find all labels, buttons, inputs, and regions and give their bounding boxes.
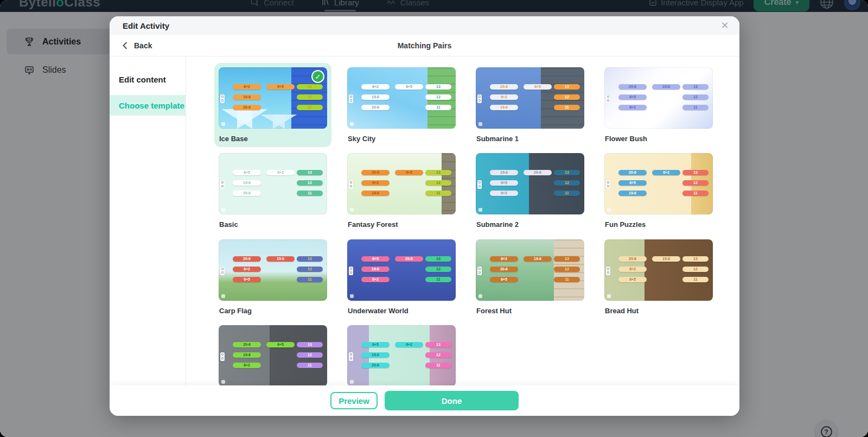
- template-card[interactable]: 6÷519-620-66÷2131211✓: [343, 321, 460, 386]
- match-pill: 6÷2: [361, 277, 390, 282]
- match-pill: 6÷2: [395, 342, 423, 347]
- template-card[interactable]: 20-66÷26÷519-6131211✓ Bread Hut: [600, 235, 717, 319]
- match-pill: 12: [297, 352, 323, 358]
- template-card[interactable]: 6÷219-620-66÷5131211✓ Ice Base: [214, 63, 331, 147]
- page-stepper-icon: [606, 94, 610, 103]
- template-name: Submarine 1: [476, 135, 584, 143]
- match-pill: 6÷5: [490, 277, 518, 282]
- template-card[interactable]: 6÷519-620-66÷2131211✓ Basic: [214, 149, 331, 233]
- match-pill: 12: [425, 352, 451, 358]
- match-pill: 20-6: [618, 256, 647, 262]
- match-pill: 6÷5: [618, 94, 647, 100]
- match-pill: 11: [554, 105, 580, 110]
- template-card[interactable]: 19-66÷56÷220-6131211✓ Submarine 2: [471, 149, 589, 233]
- match-pill: 13: [297, 84, 323, 90]
- template-card[interactable]: 20-619-66÷26÷5131211✓: [214, 321, 331, 386]
- match-pill: 6÷5: [361, 342, 390, 347]
- match-pill: 6÷5: [618, 277, 647, 282]
- preview-button[interactable]: Preview: [330, 392, 378, 409]
- check-icon: ✓: [311, 70, 324, 83]
- edit-activity-modal: Edit Activity ✕ Back Matching Pairs Edit…: [110, 16, 739, 416]
- match-pill: 6÷5: [361, 256, 390, 262]
- match-pill: 6÷5: [490, 180, 518, 186]
- back-label: Back: [134, 41, 152, 50]
- match-pill: 12: [554, 94, 580, 100]
- match-pill: 20-6: [524, 170, 552, 175]
- modal-subheader: Back Matching Pairs: [110, 35, 739, 56]
- match-pill: 20-6: [618, 170, 647, 175]
- page-stepper-icon: [349, 267, 353, 275]
- match-pill: 11: [554, 191, 580, 196]
- template-card[interactable]: 20-66÷26÷519-6131211✓ Carp Flag: [214, 235, 331, 319]
- match-pill: 12: [682, 94, 709, 100]
- template-thumbnail: 19-66÷56÷220-6131211✓: [476, 153, 584, 214]
- match-pill: 6÷2: [361, 84, 390, 90]
- thumb-corner-icon: [607, 122, 611, 126]
- template-thumbnail: 20-66÷219-66÷5131211✓: [347, 153, 456, 214]
- menu-item-choose-template[interactable]: Choose template: [110, 95, 186, 116]
- match-pill: 12: [682, 267, 709, 272]
- match-pill: 19-6: [361, 94, 390, 100]
- activity-type-title: Matching Pairs: [110, 41, 739, 50]
- modal-titlebar: Edit Activity ✕: [110, 16, 739, 35]
- template-thumbnail: 20-66÷219-66÷5131211✓: [476, 67, 584, 129]
- match-pill: 6÷5: [233, 277, 261, 282]
- match-pill: 11: [425, 363, 451, 368]
- match-pill: 6÷5: [524, 84, 552, 90]
- template-thumbnail: 6÷220-66÷519-6131211✓: [476, 239, 584, 301]
- match-pill: 6÷2: [652, 170, 680, 175]
- modal-footer: Preview Done: [110, 385, 739, 416]
- template-thumbnail: 6÷219-620-66÷5131211✓: [219, 67, 327, 129]
- thumb-corner-icon: [607, 294, 611, 298]
- match-pill: 20-6: [233, 256, 261, 262]
- match-pill: 13: [682, 84, 709, 90]
- match-pill: 6÷5: [395, 170, 423, 175]
- match-pill: 6÷2: [361, 180, 390, 186]
- match-pill: 13: [297, 256, 323, 262]
- template-card[interactable]: 6÷220-66÷519-6131211✓ Forest Hut: [471, 235, 589, 319]
- template-card[interactable]: 20-66÷519-66÷2131211✓ Fun Puzzles: [600, 149, 717, 233]
- match-pill: 13: [297, 170, 323, 175]
- back-button[interactable]: Back: [123, 41, 152, 50]
- close-icon[interactable]: ✕: [719, 20, 731, 31]
- page-stepper-icon: [220, 94, 225, 103]
- match-pill: 12: [297, 180, 323, 186]
- match-pill: 6÷2: [266, 170, 295, 175]
- screen: Bytello Class Connect Library Classes: [0, 0, 868, 437]
- menu-item-edit-content[interactable]: Edit content: [110, 69, 186, 90]
- template-name: Flower Bush: [604, 135, 713, 143]
- match-pill: 11: [297, 363, 323, 368]
- template-card[interactable]: 20-66÷219-66÷5131211✓ Fantasy Forest: [343, 149, 460, 233]
- template-card[interactable]: 6÷519-66÷220-6131211✓ Underwater World: [343, 235, 460, 319]
- match-pill: 12: [425, 180, 451, 186]
- template-card[interactable]: 6÷219-620-66÷5131211✓ Sky City: [343, 63, 460, 147]
- match-pill: 6÷5: [618, 180, 647, 186]
- match-pill: 19-6: [361, 191, 390, 196]
- template-card[interactable]: 20-66÷56÷219-6131211✓ Flower Bush: [600, 63, 717, 147]
- template-grid: 6÷219-620-66÷5131211✓ Ice Base 6÷219-620…: [186, 57, 739, 386]
- match-pill: 6÷5: [395, 84, 423, 90]
- match-pill: 6÷2: [233, 267, 261, 272]
- template-name: Fantasy Forest: [347, 220, 456, 229]
- match-pill: 19-6: [652, 84, 680, 90]
- match-pill: 20-6: [490, 84, 518, 90]
- match-pill: 20-6: [361, 363, 390, 368]
- match-pill: 20-6: [490, 267, 518, 272]
- page-stepper-icon: [220, 180, 225, 189]
- match-pill: 12: [425, 267, 451, 272]
- thumb-corner-icon: [350, 294, 354, 298]
- match-pill: 13: [425, 256, 451, 262]
- match-pill: 20-6: [233, 105, 261, 110]
- match-pill: 11: [682, 105, 709, 110]
- page-stepper-icon: [477, 267, 482, 275]
- page-stepper-icon: [349, 180, 353, 189]
- match-pill: 13: [425, 84, 451, 90]
- match-pill: 6÷2: [490, 94, 518, 100]
- match-pill: 6÷2: [618, 267, 647, 272]
- match-pill: 20-6: [361, 170, 390, 175]
- done-button[interactable]: Done: [385, 391, 519, 410]
- thumb-corner-icon: [350, 122, 354, 126]
- template-card[interactable]: 20-66÷219-66÷5131211✓ Submarine 1: [471, 63, 589, 147]
- match-pill: 11: [425, 105, 451, 110]
- match-pill: 13: [554, 256, 580, 262]
